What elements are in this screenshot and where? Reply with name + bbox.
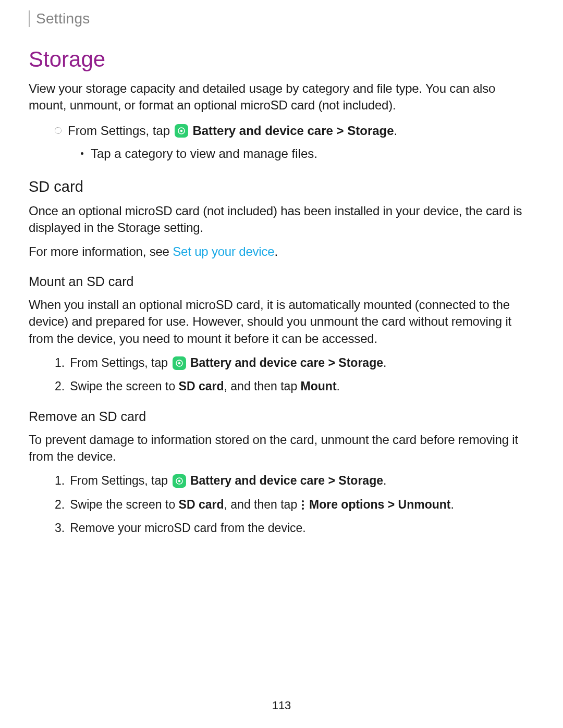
text-suffix: . — [337, 379, 340, 393]
unmount-bold: More options > Unmount — [309, 498, 451, 511]
battery-device-care-icon — [173, 356, 186, 370]
path-bold: Battery and device care > Storage — [190, 356, 383, 369]
text-suffix: . — [383, 356, 386, 369]
sub-instruction-text: Tap a category to view and manage files. — [91, 145, 317, 162]
step-text: From Settings, tap Battery and device ca… — [70, 354, 386, 372]
remove-steps: 1. From Settings, tap Battery and device… — [55, 472, 534, 537]
sd-card-more-info: For more information, see Set up your de… — [29, 243, 534, 260]
remove-body: To prevent damage to information stored … — [29, 431, 534, 465]
dot-bullet-icon — [81, 152, 83, 155]
page-number: 113 — [0, 699, 563, 712]
text-suffix: . — [383, 474, 386, 487]
remove-step-1: 1. From Settings, tap Battery and device… — [55, 472, 534, 489]
instruction-text: From Settings, tap Battery and device ca… — [68, 122, 397, 139]
svg-point-3 — [178, 362, 180, 365]
sub-instruction-item: Tap a category to view and manage files. — [81, 145, 534, 162]
step-number: 1. — [55, 354, 65, 372]
remove-heading: Remove an SD card — [29, 409, 534, 424]
step-number: 3. — [55, 520, 65, 537]
mount-step-2: 2. Swipe the screen to SD card, and then… — [55, 378, 534, 395]
intro-paragraph: View your storage capacity and detailed … — [29, 80, 534, 114]
step-text: From Settings, tap Battery and device ca… — [70, 472, 386, 489]
instruction-item: From Settings, tap Battery and device ca… — [55, 122, 534, 139]
mount-steps: 1. From Settings, tap Battery and device… — [55, 354, 534, 396]
more-info-suffix: . — [274, 244, 277, 258]
mount-step-1: 1. From Settings, tap Battery and device… — [55, 354, 534, 372]
breadcrumb: Settings — [36, 10, 534, 27]
mount-heading: Mount an SD card — [29, 274, 534, 289]
mount-bold: Mount — [301, 379, 337, 393]
sub-instruction-list: Tap a category to view and manage files. — [81, 145, 534, 162]
text-suffix: . — [394, 124, 398, 138]
remove-step-2: 2. Swipe the screen to SD card, and then… — [55, 496, 534, 513]
svg-point-1 — [180, 130, 183, 132]
text-prefix: From Settings, tap — [68, 124, 174, 138]
step-number: 2. — [55, 496, 65, 513]
more-options-icon — [302, 500, 304, 510]
instruction-list: From Settings, tap Battery and device ca… — [55, 122, 534, 139]
sd-card-bold: SD card — [179, 379, 224, 393]
text-mid: , and then tap — [224, 498, 301, 511]
svg-point-5 — [178, 480, 180, 483]
text-prefix: Swipe the screen to — [70, 379, 178, 393]
step-number: 2. — [55, 378, 65, 395]
path-bold: Battery and device care > Storage — [190, 474, 383, 487]
battery-device-care-icon — [175, 124, 188, 138]
battery-device-care-icon — [173, 474, 186, 488]
text-prefix: From Settings, tap — [70, 356, 171, 369]
step-text: Swipe the screen to SD card, and then ta… — [70, 378, 340, 395]
mount-body: When you install an optional microSD car… — [29, 297, 534, 347]
circle-bullet-icon — [55, 127, 62, 134]
sd-card-bold: SD card — [179, 498, 224, 511]
more-info-prefix: For more information, see — [29, 244, 173, 258]
header-bar: Settings — [29, 10, 534, 27]
text-mid: , and then tap — [224, 379, 301, 393]
sd-card-heading: SD card — [29, 178, 534, 195]
remove-step-3: 3. Remove your microSD card from the dev… — [55, 520, 534, 537]
text-prefix: Swipe the screen to — [70, 498, 178, 511]
setup-device-link[interactable]: Set up your device — [173, 244, 274, 258]
path-bold: Battery and device care > Storage — [192, 124, 394, 138]
step-number: 1. — [55, 472, 65, 489]
sd-card-body: Once an optional microSD card (not inclu… — [29, 203, 534, 237]
step-text: Swipe the screen to SD card, and then ta… — [70, 496, 454, 513]
text-prefix: From Settings, tap — [70, 474, 171, 487]
text-suffix: . — [451, 498, 454, 511]
page-title: Storage — [29, 47, 534, 72]
step-text: Remove your microSD card from the device… — [70, 520, 306, 537]
